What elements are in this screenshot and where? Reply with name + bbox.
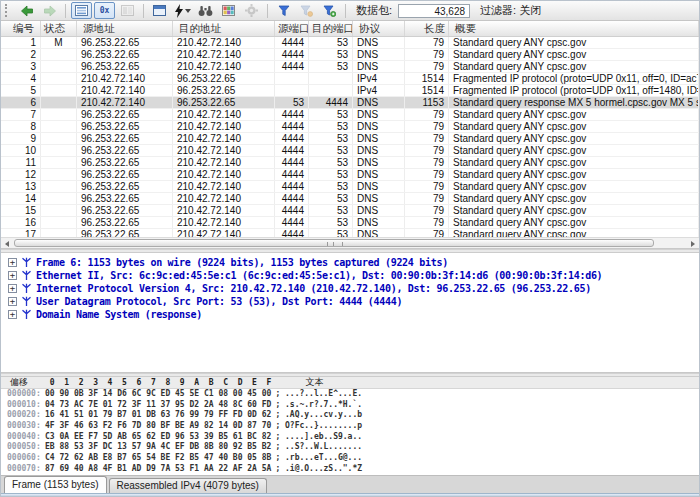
expander-icon[interactable]: + (8, 297, 17, 306)
tree-item-2[interactable]: + Internet Protocol Version 4, Src: 210.… (1, 282, 699, 295)
column-header-status[interactable]: 状态 (41, 21, 77, 36)
protocol-icon (21, 270, 32, 281)
cell-no: 5 (1, 85, 41, 96)
cell-sport: 4444 (275, 109, 309, 120)
column-header-proto[interactable]: 协议 (353, 21, 405, 36)
tree-item-3[interactable]: + User Datagram Protocol, Src Port: 53 (… (1, 295, 699, 308)
packet-row-2[interactable]: 296.253.22.65210.42.72.140444453DNS79Sta… (1, 49, 699, 61)
toolbar-grip-handle[interactable] (5, 4, 10, 17)
packet-row-15[interactable]: 1596.253.22.65210.42.72.140444453DNS79St… (1, 205, 699, 217)
packet-list-toggle-button[interactable] (71, 2, 92, 19)
hex-ascii-text: ; ...?..l..E^...E. (275, 389, 362, 400)
expander-icon[interactable]: + (8, 310, 17, 319)
cell-dport: 53 (309, 133, 353, 144)
find-button[interactable] (195, 2, 216, 19)
gear-icon (245, 4, 258, 17)
hex-view-toggle-button[interactable]: 0x (94, 2, 115, 19)
cell-status (41, 85, 77, 96)
column-header-summary[interactable]: 概要 (449, 21, 699, 36)
cell-src: 96.253.22.65 (77, 109, 173, 120)
cell-len: 79 (405, 181, 449, 192)
scroll-left-arrow[interactable] (2, 239, 12, 248)
filter-add-button[interactable] (319, 2, 340, 19)
packet-row-9[interactable]: 996.253.22.65210.42.72.140444453DNS79Sta… (1, 133, 699, 145)
hex-row-000020[interactable]: 000020:16 41 51 01 79 B7 01 DB 63 76 99 … (1, 410, 699, 421)
expander-icon[interactable]: + (8, 284, 17, 293)
hex-row-000070[interactable]: 000070:87 69 40 A8 4F B1 AD D9 7A 53 F1 … (1, 464, 699, 475)
expander-icon[interactable]: + (8, 271, 17, 280)
column-header-dst[interactable]: 目的地址 (173, 21, 275, 36)
packet-row-5[interactable]: 5210.42.72.14096.253.22.65IPv41514Fragme… (1, 85, 699, 97)
tab-reassembled-ipv4[interactable]: Reassembled IPv4 (4079 bytes) (109, 478, 267, 493)
detail-view-toggle-button[interactable] (117, 2, 138, 19)
color-grid-icon (222, 5, 235, 16)
table-hscrollbar[interactable] (1, 237, 699, 248)
cell-summary: Standard query ANY cpsc.gov (449, 169, 699, 180)
column-header-no[interactable]: 编号 (1, 21, 41, 36)
coloring-rules-button[interactable] (218, 2, 239, 19)
scroll-right-arrow[interactable] (688, 239, 698, 248)
column-header-dport[interactable]: 目的端口 (309, 21, 353, 36)
main-toolbar: 0x (1, 1, 699, 21)
hex-bytes: 87 69 40 A8 4F B1 AD D9 7A 53 F1 AA 22 A… (45, 464, 271, 475)
packet-row-8[interactable]: 896.253.22.65210.42.72.140444453DNS79Sta… (1, 121, 699, 133)
filter-apply-button[interactable] (273, 2, 294, 19)
forward-button[interactable] (39, 2, 60, 19)
protocol-icon (21, 296, 32, 307)
new-window-button[interactable] (149, 2, 170, 19)
packet-row-6[interactable]: 6210.42.72.14096.253.22.65534444DNS1153S… (1, 97, 699, 109)
hex-dump-panel: 偏移 0 1 2 3 4 5 6 7 8 9 A B C D E F 文本 00… (1, 377, 699, 475)
packet-row-12[interactable]: 1296.253.22.65210.42.72.140444453DNS79St… (1, 169, 699, 181)
packet-row-16[interactable]: 1696.253.22.65210.42.72.140444453DNS79St… (1, 217, 699, 229)
cell-status (41, 61, 77, 72)
hex-rows: 000000:00 90 0B 3F 14 D6 6C 9C ED 45 5E … (1, 389, 699, 475)
hex-row-000030[interactable]: 000030:4F 3F 46 63 F2 F6 7D 80 BF BE A9 … (1, 421, 699, 432)
cell-no: 3 (1, 61, 41, 72)
tree-item-4[interactable]: + Domain Name System (response) (1, 308, 699, 321)
hex-ascii-text: ; O?Fc..}........p (275, 421, 362, 432)
settings-button[interactable] (241, 2, 262, 19)
scrollbar-thumb[interactable] (14, 239, 654, 247)
cell-len: 79 (405, 205, 449, 216)
toolbar-separator (345, 4, 346, 18)
cell-src: 96.253.22.65 (77, 49, 173, 60)
packet-row-3[interactable]: 396.253.22.65210.42.72.140444453DNS79Sta… (1, 61, 699, 73)
cell-no: 16 (1, 217, 41, 228)
hex-row-000000[interactable]: 000000:00 90 0B 3F 14 D6 6C 9C ED 45 5E … (1, 389, 699, 400)
cell-len: 79 (405, 157, 449, 168)
packet-row-4[interactable]: 4210.42.72.14096.253.22.65IPv41514Fragme… (1, 73, 699, 85)
cell-dport: 53 (309, 193, 353, 204)
cell-dport: 53 (309, 169, 353, 180)
cell-dport: 53 (309, 205, 353, 216)
hex-offset: 000030: (1, 421, 45, 432)
packet-row-7[interactable]: 796.253.22.65210.42.72.140444453DNS79Sta… (1, 109, 699, 121)
cell-src: 96.253.22.65 (77, 205, 173, 216)
column-header-len[interactable]: 长度 (405, 21, 449, 36)
packet-row-11[interactable]: 1196.253.22.65210.42.72.140444453DNS79St… (1, 157, 699, 169)
column-header-sport[interactable]: 源端口 (275, 21, 309, 36)
hex-bytes: EB 88 53 3F DC 13 57 9A 4C EF DB 8B 80 9… (45, 442, 271, 453)
filter-warn-button[interactable] (296, 2, 317, 19)
cell-dport: 53 (309, 217, 353, 228)
dropdown-caret-icon (185, 9, 191, 13)
packet-count-field[interactable]: 43,628 (398, 4, 470, 18)
back-button[interactable] (16, 2, 37, 19)
hex-row-000050[interactable]: 000050:EB 88 53 3F DC 13 57 9A 4C EF DB … (1, 442, 699, 453)
packet-row-10[interactable]: 1096.253.22.65210.42.72.140444453DNS79St… (1, 145, 699, 157)
tab-frame[interactable]: Frame (1153 bytes) (4, 476, 107, 493)
expander-icon[interactable]: + (8, 258, 17, 267)
packet-row-13[interactable]: 1396.253.22.65210.42.72.140444453DNS79St… (1, 181, 699, 193)
filter-funnel-icon (278, 5, 290, 17)
cell-dst: 210.42.72.140 (173, 181, 275, 192)
tree-item-0[interactable]: + Frame 6: 1153 bytes on wire (9224 bits… (1, 256, 699, 269)
hex-row-000040[interactable]: 000040:C3 0A EE F7 5D AB 65 62 ED 96 53 … (1, 432, 699, 443)
packet-row-14[interactable]: 1496.253.22.65210.42.72.140444453DNS79St… (1, 193, 699, 205)
column-header-src[interactable]: 源地址 (77, 21, 173, 36)
capture-button[interactable] (172, 2, 193, 19)
hex-row-000060[interactable]: 000060:C4 72 62 AB E8 B7 65 54 BE F2 B5 … (1, 453, 699, 464)
hex-row-000010[interactable]: 000010:04 73 AC 7E 01 72 3F 11 37 95 D2 … (1, 400, 699, 411)
cell-dst: 210.42.72.140 (173, 37, 275, 48)
tree-item-1[interactable]: + Ethernet II, Src: 6c:9c:ed:45:5e:c1 (6… (1, 269, 699, 282)
tree-item-label: Internet Protocol Version 4, Src: 210.42… (36, 283, 591, 294)
packet-row-1[interactable]: 1M96.253.22.65210.42.72.140444453DNS79St… (1, 37, 699, 49)
